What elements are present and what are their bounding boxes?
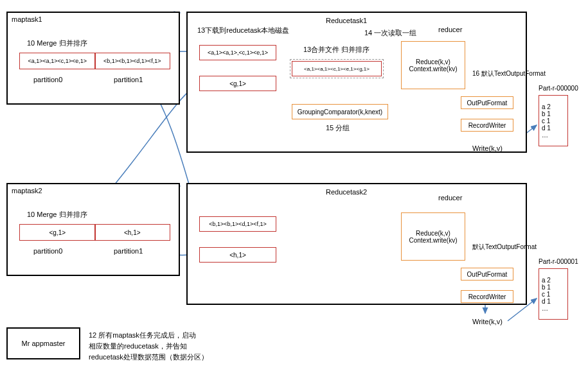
rt1-13b-label: 13合并文件 归并排序 — [303, 45, 370, 55]
appmaster-label: Mr appmaster — [22, 340, 66, 347]
maptask1-p0-data: <a,1><a,1><c,1><e,1> — [20, 58, 95, 64]
rt1-part-label: Part-r-000000 — [539, 85, 578, 92]
appmaster-note3: reducetask处理数据范围（数据分区） — [89, 352, 208, 362]
rt1-d2: <g,1> — [199, 76, 276, 91]
rt1-out-2: c 1 — [542, 117, 550, 125]
rt2-opf: OutPutFormat — [461, 268, 513, 281]
appmaster-note1: 12 所有maptask任务完成后，启动 — [89, 331, 196, 340]
rt1-merged: <a,1><a,1><c,1><e,1><g,1> — [292, 61, 382, 76]
appmaster-box: Mr appmaster — [6, 327, 80, 359]
rt1-out-1: b 1 — [542, 110, 551, 117]
rt1-13a-label: 13下载到reducetask本地磁盘 — [197, 26, 289, 35]
rt1-out-3: d 1 — [542, 125, 551, 132]
rt2-context-write: Context.write(kv) — [409, 237, 457, 244]
rt2-d2: <h,1> — [199, 247, 276, 263]
rt1-15-label: 15 分组 — [326, 123, 350, 133]
rt1-title: Reducetask1 — [326, 17, 367, 24]
rt2-16-label: 默认TextOutputFormat — [472, 243, 537, 252]
rt1-context-write: Context.write(kv) — [409, 65, 457, 73]
rt2-rw: RecordWriter — [461, 290, 513, 303]
rt2-reduce-kv: Reduce(k,v) — [416, 230, 450, 237]
rt1-out-0: a 2 — [542, 103, 551, 110]
rt1-reduce-kv: Reduce(k,v) — [416, 58, 450, 65]
reducetask1-box: 13下载到reducetask本地磁盘 Reducetask1 14 一次读取一… — [186, 12, 527, 153]
maptask2-box: maptask2 10 Merge 归并排序 <g,1> <h,1> parti… — [6, 183, 180, 276]
rt2-out-2: c 1 — [542, 291, 550, 298]
rt1-reducer-box: Reduce(k,v) Context.write(kv) — [401, 41, 465, 89]
rt2-out-4: … — [542, 305, 548, 312]
rt1-out-4: … — [542, 132, 548, 139]
rt2-title: Reducetask2 — [326, 188, 367, 196]
maptask2-title: maptask2 — [12, 187, 42, 194]
rt2-out-3: d 1 — [542, 298, 551, 305]
maptask2-merge-label: 10 Merge 归并排序 — [27, 210, 87, 220]
rt1-d1: <a,1><a,1>,<c,1><e,1> — [199, 45, 276, 60]
rt1-opf: OutPutFormat — [461, 96, 513, 109]
rt1-14-label: 14 一次读取一组 — [364, 28, 416, 38]
maptask2-p0-label: partition0 — [33, 247, 62, 255]
rt2-d1: <b,1><b,1><d,1><f,1> — [199, 216, 276, 232]
rt2-write-label: Write(k,v) — [472, 318, 503, 325]
rt1-write-label: Write(k,v) — [472, 144, 503, 152]
rt2-reducer-label: reducer — [438, 194, 462, 202]
rt2-reducer-box: Reduce(k,v) Context.write(kv) — [401, 212, 465, 261]
maptask1-p1-label: partition1 — [114, 76, 143, 83]
maptask1-box: maptask1 10 Merge 归并排序 <a,1><a,1><c,1><e… — [6, 12, 180, 105]
maptask2-p1-label: partition1 — [114, 247, 143, 255]
rt1-output: a 2 b 1 c 1 d 1 … — [539, 95, 568, 146]
rt2-out-0: a 2 — [542, 277, 551, 284]
maptask1-title: maptask1 — [12, 15, 42, 23]
maptask1-p0-label: partition0 — [33, 76, 62, 83]
rt2-out-1: b 1 — [542, 284, 551, 291]
maptask1-merge-label: 10 Merge 归并排序 — [27, 39, 87, 48]
appmaster-note2: 相应数量的reducetask，并告知 — [89, 341, 187, 351]
maptask2-p0-data: <g,1> — [20, 229, 95, 236]
rt1-grouping: GroupingComparator(k,knext) — [292, 104, 388, 119]
rt1-16-label: 16 默认TextOutputFormat — [472, 69, 546, 78]
maptask1-p1-data: <b,1><b,1><d,1><f,1> — [95, 58, 170, 64]
rt2-part-label: Part-r-000001 — [539, 258, 578, 265]
rt2-output: a 2 b 1 c 1 d 1 … — [539, 268, 568, 320]
rt1-rw: RecordWriter — [461, 119, 513, 132]
rt1-reducer-label: reducer — [438, 26, 462, 33]
maptask2-p1-data: <h,1> — [95, 229, 170, 236]
